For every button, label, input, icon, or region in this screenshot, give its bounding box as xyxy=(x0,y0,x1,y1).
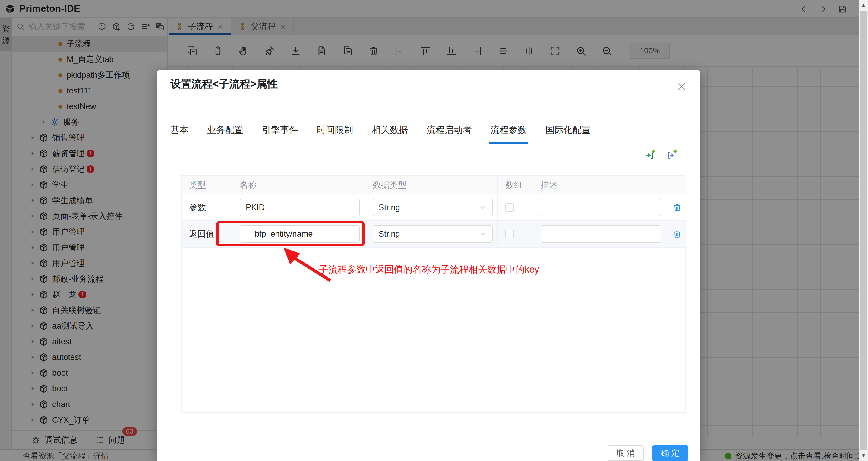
table-actions xyxy=(645,149,678,160)
scroll-up-icon[interactable]: ▲ xyxy=(859,0,868,10)
delete-row-icon[interactable] xyxy=(673,203,682,212)
modal-tab-基本[interactable]: 基本 xyxy=(170,124,188,143)
ok-button[interactable]: 确 定 xyxy=(652,445,688,461)
screen: Primeton-IDE 资源 输入关键字搜索 AIEn文 子流程M_自定义ta… xyxy=(0,0,868,461)
row-actions-cell xyxy=(668,221,686,248)
description-cell xyxy=(533,194,668,221)
column-header: 类型 xyxy=(182,176,232,194)
browser-scrollbar[interactable]: ▲ ▼ xyxy=(859,0,868,461)
modal-tab-引擎事件[interactable]: 引擎事件 xyxy=(262,124,298,143)
data-type-select[interactable]: String xyxy=(373,199,493,216)
modal-tab-时间限制[interactable]: 时间限制 xyxy=(317,124,353,143)
close-icon[interactable] xyxy=(676,81,687,92)
table-header-row: 类型名称数据类型数组描述 xyxy=(182,176,685,194)
scroll-down-icon[interactable]: ▼ xyxy=(859,451,868,461)
name-cell: PKID xyxy=(232,194,365,221)
add-return-icon[interactable] xyxy=(666,149,678,160)
table-row-参数: 参数PKIDString xyxy=(182,194,685,221)
modal-tab-相关数据[interactable]: 相关数据 xyxy=(372,124,408,143)
name-cell: __bfp_entity/name xyxy=(232,221,365,248)
description-input[interactable] xyxy=(540,199,661,216)
modal-tabs-divider xyxy=(157,144,701,145)
cancel-button[interactable]: 取 消 xyxy=(608,445,644,461)
description-cell xyxy=(533,221,668,248)
modal-title: 设置流程<子流程>属性 xyxy=(170,77,278,91)
scrollbar-thumb[interactable] xyxy=(860,11,867,450)
add-parameter-icon[interactable] xyxy=(645,149,656,160)
data-type-value: String xyxy=(379,229,400,239)
delete-row-icon[interactable] xyxy=(673,229,682,239)
data-type-select[interactable]: String xyxy=(373,225,493,243)
data-type-value: String xyxy=(379,203,400,212)
modal-tabs: 基本业务配置引擎事件时间限制相关数据流程启动者流程参数国际化配置 xyxy=(170,124,591,143)
parameters-table: 类型名称数据类型数组描述参数PKIDString返回值__bfp_entity/… xyxy=(181,176,686,413)
annotation-text: 子流程参数中返回值的名称为子流程相关数据中的key xyxy=(319,263,539,276)
array-cell xyxy=(498,221,533,248)
modal-tab-流程参数[interactable]: 流程参数 xyxy=(491,124,527,143)
array-checkbox[interactable] xyxy=(505,230,514,238)
process-properties-modal: 设置流程<子流程>属性 基本业务配置引擎事件时间限制相关数据流程启动者流程参数国… xyxy=(157,70,701,461)
array-checkbox[interactable] xyxy=(505,203,514,212)
column-header: 数组 xyxy=(498,176,533,194)
param-type-label: 参数 xyxy=(182,194,232,221)
param-type-label: 返回值 xyxy=(182,221,232,248)
array-cell xyxy=(498,194,533,221)
column-header xyxy=(668,176,686,194)
modal-tab-业务配置[interactable]: 业务配置 xyxy=(207,124,243,143)
name-input[interactable]: PKID xyxy=(240,199,360,216)
column-header: 数据类型 xyxy=(365,176,498,194)
column-header: 名称 xyxy=(232,176,365,194)
chevron-down-icon xyxy=(479,204,487,211)
description-input[interactable] xyxy=(540,225,661,243)
modal-tab-国际化配置[interactable]: 国际化配置 xyxy=(546,124,591,143)
name-input[interactable]: __bfp_entity/name xyxy=(240,225,360,243)
data-type-cell: String xyxy=(365,194,498,221)
data-type-cell: String xyxy=(365,221,498,248)
modal-tab-流程启动者[interactable]: 流程启动者 xyxy=(427,124,472,143)
row-actions-cell xyxy=(668,194,686,221)
column-header: 描述 xyxy=(533,176,668,194)
table-row-返回值: 返回值__bfp_entity/nameString xyxy=(182,221,685,248)
chevron-down-icon xyxy=(479,230,487,238)
